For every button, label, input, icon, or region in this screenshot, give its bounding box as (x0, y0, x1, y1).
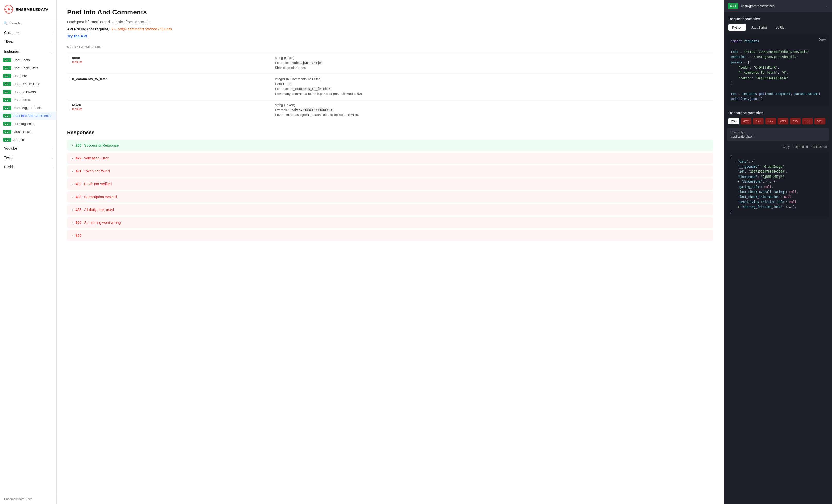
logo-area: ENSEMBLEDATA (0, 0, 56, 19)
sidebar-item-label: User Followers (14, 90, 36, 94)
collapse-all-button[interactable]: Collapse all (811, 145, 827, 149)
param-example: Example: code=CjDN1tzMIjR (275, 61, 711, 65)
response-495[interactable]: › 495 All daily units used (67, 204, 713, 215)
get-badge: GET (3, 74, 11, 78)
logo-icon (4, 5, 14, 14)
sidebar-item-music-posts[interactable]: GET Music Posts (0, 128, 56, 136)
sidebar-item-post-info-comments[interactable]: GET Post Info And Comments (0, 112, 56, 120)
sidebar-item-hashtag-posts[interactable]: GET Hashtag Posts (0, 120, 56, 128)
code-line: } (731, 81, 825, 86)
sidebar-item-user-reels[interactable]: GET User Reels (0, 96, 56, 104)
sidebar-item-search[interactable]: GET Search (0, 136, 56, 144)
sidebar-item-tiktok[interactable]: Tiktok › (0, 37, 56, 47)
pricing-label: API Pricing (per request) (67, 27, 109, 31)
search-input[interactable] (9, 21, 53, 25)
response-491[interactable]: › 491 Token not found (67, 165, 713, 177)
response-493[interactable]: › 493 Subscription expired (67, 191, 713, 203)
tab-javascript[interactable]: JavaScript (748, 24, 771, 31)
json-preview: { - "data": { "__typename": "GraphImage"… (727, 151, 829, 218)
search-box[interactable]: 🔍 (0, 19, 56, 28)
param-name-n-comments: n_comments_to_fetch (70, 77, 269, 81)
param-type: integer (N Comments To Fetch) (275, 77, 711, 81)
resp-tab-491[interactable]: 491 (753, 118, 764, 125)
sidebar-item-user-followers[interactable]: GET User Followers (0, 88, 56, 96)
pricing-line: API Pricing (per request): 2 + ceil(N co… (67, 27, 713, 31)
sidebar-item-label: User Detailed Info (14, 82, 40, 86)
get-badge: GET (3, 98, 11, 102)
resp-tab-500[interactable]: 500 (802, 118, 813, 125)
sidebar-item-label: Hashtag Posts (14, 122, 35, 126)
response-500[interactable]: › 500 Something went wrong (67, 217, 713, 228)
resp-tab-422[interactable]: 422 (741, 118, 752, 125)
param-desc: Private token assigned to each client to… (275, 113, 711, 117)
chevron-right-icon: › (72, 208, 73, 212)
sidebar-item-user-info[interactable]: GET User Info (0, 72, 56, 80)
code-line: "code": "CjDN1tzMIjR", (731, 65, 825, 70)
copy-json-button[interactable]: Copy (782, 145, 790, 149)
sidebar-item-label: Music Posts (14, 130, 31, 134)
responses-title: Responses (67, 130, 713, 135)
resp-label: Successful Response (84, 143, 119, 148)
sidebar-item-customer[interactable]: Customer › (0, 28, 56, 37)
copy-button[interactable]: Copy (818, 37, 826, 42)
code-line (731, 44, 825, 49)
page-description: Fetch post information and statistics fr… (67, 20, 713, 24)
chevron-right-icon: › (51, 40, 52, 44)
resp-tab-492[interactable]: 492 (765, 118, 776, 125)
sidebar-item-user-tagged-posts[interactable]: GET User Tagged Posts (0, 104, 56, 112)
chevron-right-icon: › (72, 156, 73, 160)
sidebar-item-twitch[interactable]: Twitch › (0, 153, 56, 162)
page-title: Post Info And Comments (67, 8, 713, 16)
sidebar-item-label: Twitch (4, 156, 15, 160)
resp-code: 493 (76, 195, 81, 199)
chevron-right-icon: › (51, 147, 52, 150)
main-content: Post Info And Comments Fetch post inform… (57, 0, 724, 504)
chevron-right-icon: › (72, 195, 73, 199)
sidebar-item-label: User Reels (14, 98, 30, 102)
resp-code: 492 (76, 182, 81, 186)
chevron-right-icon: › (72, 169, 73, 173)
resp-tab-493[interactable]: 493 (778, 118, 788, 125)
pricing-formula: 2 + ceil(N comments fetched / 5) units (111, 27, 172, 31)
response-200[interactable]: › 200 Successful Response (67, 140, 713, 151)
param-row-token: token required string (Token) Example: t… (67, 100, 713, 121)
code-line: "token": "XXXXXXXXXXXXXXXX" (731, 76, 825, 81)
resp-tab-520[interactable]: 520 (814, 118, 825, 125)
tab-python[interactable]: Python (728, 24, 746, 31)
get-badge: GET (3, 114, 11, 118)
tab-curl[interactable]: cURL (772, 24, 788, 31)
resp-code: 495 (76, 208, 81, 212)
param-name-code: code required (70, 56, 269, 63)
sidebar-item-youtube[interactable]: Youtube › (0, 144, 56, 153)
sidebar-item-instagram[interactable]: Instagram ⌄ (0, 47, 56, 56)
resp-label: Validation Error (84, 156, 108, 160)
get-badge: GET (3, 106, 11, 110)
sidebar-item-user-detailed-info[interactable]: GET User Detailed Info (0, 80, 56, 88)
param-desc: How many comments to fetch per post (max… (275, 92, 711, 96)
try-api-link[interactable]: Try the API (67, 34, 87, 38)
resp-code: 200 (76, 143, 81, 148)
get-badge: GET (3, 66, 11, 70)
resp-label: Token not found (84, 169, 110, 173)
sidebar-item-label: Tiktok (4, 40, 14, 44)
chevron-right-icon: › (72, 220, 73, 225)
expand-all-button[interactable]: Expand all (794, 145, 808, 149)
get-badge: GET (3, 82, 11, 86)
sidebar-item-label: User Tagged Posts (14, 106, 42, 110)
content-type-value: application/json (730, 134, 825, 138)
resp-code: 520 (76, 234, 81, 238)
response-422[interactable]: › 422 Validation Error (67, 153, 713, 164)
sidebar-item-user-basic-stats[interactable]: GET User Basic Stats (0, 64, 56, 72)
sidebar-item-label: User Posts (14, 58, 30, 62)
sidebar-item-user-posts[interactable]: GET User Posts (0, 56, 56, 64)
svg-line-6 (6, 6, 7, 7)
resp-label: All daily units used (84, 208, 114, 212)
resp-tab-200[interactable]: 200 (728, 118, 739, 125)
sidebar-item-label: User Basic Stats (14, 66, 38, 70)
endpoint-bar: GET /instagram/post/details ⌄ (724, 0, 832, 12)
sidebar-item-reddit[interactable]: Reddit › (0, 162, 56, 171)
resp-tab-495[interactable]: 495 (790, 118, 801, 125)
logo-text: ENSEMBLEDATA (16, 7, 49, 11)
response-492[interactable]: › 492 Email not verified (67, 178, 713, 190)
response-520[interactable]: › 520 (67, 230, 713, 241)
